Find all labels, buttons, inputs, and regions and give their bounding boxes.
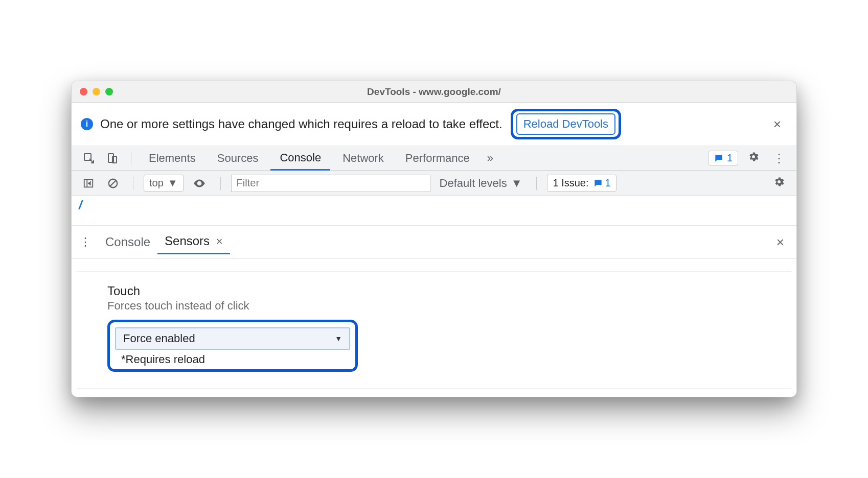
chevron-down-icon: ▼ xyxy=(335,334,342,343)
context-selector[interactable]: top ▼ xyxy=(144,175,184,192)
info-icon: i xyxy=(81,118,93,130)
reload-banner: i One or more settings have changed whic… xyxy=(72,103,796,146)
log-levels-selector[interactable]: Default levels ▼ xyxy=(436,177,527,190)
requires-reload-note: *Requires reload xyxy=(115,353,350,366)
console-settings-gear-icon[interactable] xyxy=(769,176,789,191)
drawer-menu-icon[interactable]: ⋮ xyxy=(79,235,98,249)
close-drawer-button[interactable]: × xyxy=(771,234,789,250)
zoom-window-icon[interactable] xyxy=(105,88,113,95)
tab-sources[interactable]: Sources xyxy=(208,147,268,170)
console-output[interactable]: / xyxy=(72,196,796,226)
minimize-window-icon[interactable] xyxy=(93,88,100,95)
toggle-sidebar-icon[interactable] xyxy=(79,176,98,191)
tab-network[interactable]: Network xyxy=(333,147,393,170)
highlight-annotation: Force enabled ▼ *Requires reload xyxy=(107,320,358,372)
main-tabbar: Elements Sources Console Network Perform… xyxy=(72,146,796,171)
settings-gear-icon[interactable] xyxy=(743,151,764,166)
touch-mode-value: Force enabled xyxy=(123,332,195,345)
close-banner-button[interactable]: × xyxy=(767,116,787,132)
close-window-icon[interactable] xyxy=(80,88,87,95)
tabbar-right: 1 ⋮ xyxy=(708,151,789,166)
titlebar: DevTools - www.google.com/ xyxy=(72,81,796,103)
touch-section-subtitle: Forces touch instead of click xyxy=(107,299,761,313)
touch-mode-select[interactable]: Force enabled ▼ xyxy=(115,327,350,350)
more-menu-icon[interactable]: ⋮ xyxy=(769,151,789,165)
drawer-tabbar: ⋮ Console Sensors × × xyxy=(72,226,796,259)
devtools-window: DevTools - www.google.com/ i One or more… xyxy=(71,81,797,397)
highlight-annotation: Reload DevTools xyxy=(511,109,621,139)
tabs-overflow-button[interactable]: » xyxy=(482,152,498,165)
messages-badge[interactable]: 1 xyxy=(708,151,738,165)
live-expression-eye-icon[interactable] xyxy=(189,175,210,192)
issues-badge[interactable]: 1 Issue: 1 xyxy=(547,175,616,192)
device-toggle-icon[interactable] xyxy=(102,150,123,166)
levels-label: Default levels xyxy=(440,177,507,190)
touch-section-title: Touch xyxy=(107,284,761,298)
traffic-lights xyxy=(80,88,113,95)
inspect-element-icon[interactable] xyxy=(79,150,99,166)
tab-elements[interactable]: Elements xyxy=(140,147,205,170)
issues-label: 1 Issue: xyxy=(553,177,588,189)
separator xyxy=(536,177,537,190)
console-toolbar: top ▼ Default levels ▼ 1 Issue: 1 xyxy=(72,171,796,196)
filter-input[interactable] xyxy=(231,175,430,192)
drawer-tab-sensors-label: Sensors xyxy=(165,234,210,248)
chevron-down-icon: ▼ xyxy=(511,177,522,190)
messages-count: 1 xyxy=(727,152,733,164)
context-value: top xyxy=(149,177,164,189)
chevron-down-icon: ▼ xyxy=(168,177,178,189)
clear-console-icon[interactable] xyxy=(103,176,123,191)
console-prompt-icon: / xyxy=(79,198,82,212)
drawer-tab-sensors[interactable]: Sensors × xyxy=(157,230,230,254)
tab-performance[interactable]: Performance xyxy=(396,147,479,170)
reload-devtools-button[interactable]: Reload DevTools xyxy=(516,113,615,135)
separator xyxy=(220,177,221,190)
drawer-tab-console[interactable]: Console xyxy=(98,231,157,254)
window-title: DevTools - www.google.com/ xyxy=(72,86,796,98)
sensors-panel: Touch Forces touch instead of click Forc… xyxy=(77,271,791,384)
banner-message: One or more settings have changed which … xyxy=(100,117,502,131)
separator xyxy=(131,152,131,165)
tab-console[interactable]: Console xyxy=(270,146,330,171)
issues-count: 1 xyxy=(605,177,611,189)
separator xyxy=(133,177,133,190)
close-tab-icon[interactable]: × xyxy=(213,235,223,248)
